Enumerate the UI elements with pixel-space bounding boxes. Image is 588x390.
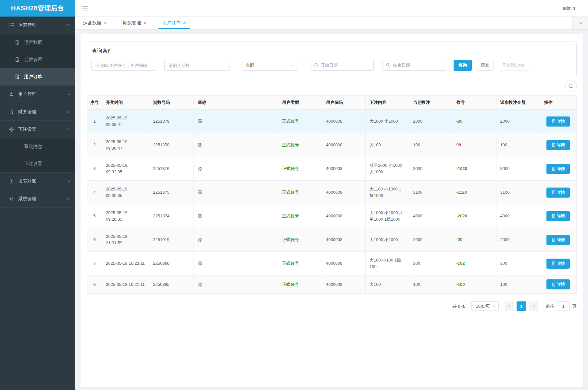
sidebar-item-finance-management[interactable]: 财务管理 [0,103,75,120]
detail-button[interactable]: 详情 [546,279,570,289]
cell-current-bet: 4000 [409,204,452,228]
detail-button-label: 详情 [557,237,565,243]
page-number-current[interactable]: 1 [517,301,526,311]
sidebar-item-user-management[interactable]: 用户管理 [0,86,75,103]
clear-button[interactable]: 清空 [477,60,494,71]
cell-bet-content: 大100 [366,133,409,157]
cell-operation: 详情 [540,157,576,181]
cell-user-type: 正式账号 [278,157,322,181]
cell-profit: 98 [452,133,496,157]
column-header: 当期投注 [409,96,452,110]
sidebar-item-system-messages[interactable]: 系统消息 [0,138,75,155]
chevron-down-icon [67,197,70,200]
tab-period-management[interactable]: 期数管理 ✕ [115,17,155,29]
profit-value: -2020 [456,213,467,218]
sidebar-item-report-reconciliation[interactable]: 报表对账 [0,173,75,190]
chevron-down-icon [67,92,70,95]
cell-index: 3 [87,157,102,181]
cell-draw-time: 2025-05-18 21:31:59 [102,228,149,252]
column-header: 用户类型 [278,96,322,110]
document-icon [552,119,556,123]
cell-profit: -20 [452,228,496,252]
tab-user-orders[interactable]: 用户订单 ✕ [155,17,194,29]
table-toolbar [87,76,577,95]
cell-period-number: 2251376 [149,157,194,181]
cell-period-number: 2251375 [149,181,194,204]
cell-nickname: 源 [194,181,278,204]
document-icon [552,190,556,194]
chevron-left-icon [508,305,511,308]
close-icon[interactable]: ✕ [183,20,186,25]
detail-button[interactable]: 详情 [546,211,570,221]
start-date-picker[interactable]: 开始日期 [310,60,374,71]
tab-operation-data[interactable]: 运营数据 ✕ [75,17,115,29]
column-header: 盈亏 [452,96,496,110]
type-select-value: 全部 [246,62,254,68]
page-size-select[interactable]: 10条/页 [471,301,499,311]
close-icon[interactable]: ✕ [104,20,107,25]
tab-label: 运营数据 [83,20,101,26]
sidebar-item-user-orders[interactable]: 用户订单 [0,68,75,85]
start-date-placeholder: 开始日期 [321,62,338,68]
cell-period-number: 2251379 [149,110,194,133]
goto-page-group: 前往 页 [546,301,577,311]
current-user[interactable]: admin [563,6,575,11]
close-icon[interactable]: ✕ [143,20,147,25]
sidebar-item-bet-settings[interactable]: 下注设置 [0,155,75,172]
cell-current-bet: 3000 [409,157,452,181]
user-type-badge: 正式账号 [282,166,299,171]
sidebar-item-label: 运营数据 [24,40,42,45]
detail-button[interactable]: 详情 [546,140,570,150]
period-input[interactable] [164,60,230,71]
main-area: admin 运营数据 ✕ 期数管理 ✕ 用户订单 ✕ 查询条件 [75,0,588,390]
tabs-dropdown-button[interactable] [572,17,588,29]
export-excel-button[interactable]: 导出到Excel [499,60,529,71]
cell-user-type: 正式账号 [278,133,322,157]
query-form-row: 全部 开始日期 结束日期 查询 [91,60,572,71]
goto-page-input[interactable] [557,301,570,311]
sidebar-item-operation-data[interactable]: 运营数据 [0,34,75,51]
document-icon [552,238,556,242]
document-gear-icon [14,57,20,63]
member-search-input[interactable] [91,60,156,71]
sidebar-item-period-management[interactable]: 期数管理 [0,51,75,68]
detail-button[interactable]: 详情 [546,259,570,269]
prev-page-button[interactable] [505,301,514,311]
next-page-button[interactable] [529,301,538,311]
user-type-badge: 正式账号 [282,213,299,218]
cell-operation: 详情 [540,275,576,294]
sidebar-item-bet-settings-group[interactable]: 下注设置 [0,121,75,138]
sidebar-submenu-bet-settings: 系统消息 下注设置 [0,138,75,172]
cell-user-type: 正式账号 [278,110,322,133]
search-button[interactable]: 查询 [454,60,472,71]
cell-current-bet: 300 [409,252,452,275]
end-date-picker[interactable]: 结束日期 [382,60,446,71]
user-type-badge: 正式账号 [282,190,299,195]
hamburger-menu-icon[interactable] [82,6,88,10]
sidebar-item-operations[interactable]: 运营管理 [0,17,75,34]
column-header: 序号 [87,96,102,110]
cell-draw-time: 2025-05-19 09:36:47 [102,133,149,157]
cell-rebate-amount: 300 [496,252,540,275]
clock-icon [386,63,391,67]
cell-draw-time: 2025-05-19 09:28:35 [102,204,149,228]
cell-user-code: 4000008 [322,181,365,204]
detail-button-label: 详情 [557,166,565,172]
refresh-button[interactable] [565,80,577,91]
detail-button[interactable]: 详情 [546,188,570,198]
cell-index: 1 [87,110,102,133]
user-type-badge: 正式账号 [282,237,299,242]
detail-button[interactable]: 详情 [546,116,570,127]
type-select[interactable]: 全部 [242,60,298,71]
cell-nickname: 源 [194,110,278,133]
document-gear-icon [14,40,20,45]
tab-label: 期数管理 [123,20,141,26]
sidebar-item-system-management[interactable]: 系统管理 [0,190,75,207]
cell-nickname: 源 [194,133,278,157]
profit-value: -100 [456,282,465,287]
detail-button[interactable]: 详情 [546,235,570,245]
document-icon [8,178,14,184]
topbar: admin [75,0,588,17]
cell-bet-content: 大1000 小1000 [366,228,409,252]
detail-button[interactable]: 详情 [546,164,570,174]
